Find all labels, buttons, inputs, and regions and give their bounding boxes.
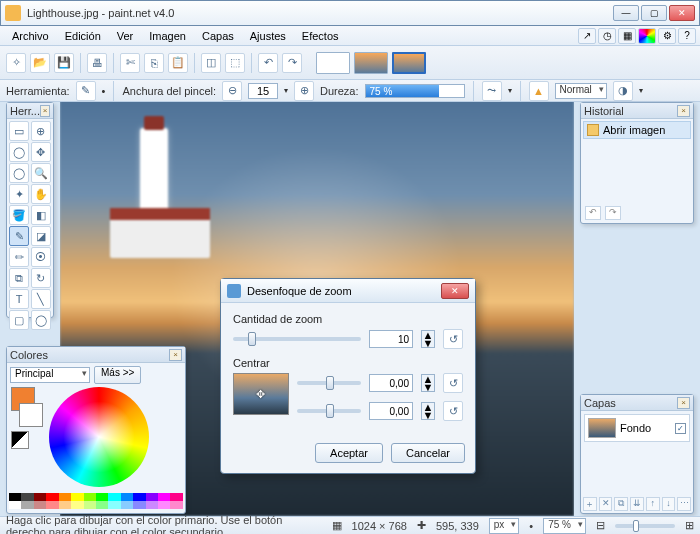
layer-add-button[interactable]: ＋ — [583, 497, 597, 511]
history-item[interactable]: Abrir imagen — [583, 121, 691, 139]
layer-down-button[interactable]: ↓ — [662, 497, 676, 511]
tool-fill[interactable]: 🪣 — [9, 205, 29, 225]
crop-button[interactable]: ◫ — [201, 53, 221, 73]
current-tool-icon[interactable]: ✎ — [76, 81, 96, 101]
menu-ver[interactable]: Ver — [109, 28, 142, 44]
blend-mode-dropdown[interactable]: Normal — [555, 83, 607, 99]
center-y-input[interactable] — [369, 402, 413, 420]
panel-toggle-tools-icon[interactable]: ↗ — [578, 28, 596, 44]
tool-clone[interactable]: ⧉ — [9, 268, 29, 288]
center-x-slider[interactable] — [297, 381, 361, 385]
doc-thumb-2[interactable] — [354, 52, 388, 74]
tool-recolor[interactable]: ↻ — [31, 268, 51, 288]
tool-zoom[interactable]: 🔍 — [31, 163, 51, 183]
menu-edicion[interactable]: Edición — [57, 28, 109, 44]
colors-more-button[interactable]: Más >> — [94, 366, 141, 384]
tool-picker[interactable]: ⦿ — [31, 247, 51, 267]
tool-text[interactable]: T — [9, 289, 29, 309]
menu-efectos[interactable]: Efectos — [294, 28, 347, 44]
close-button[interactable]: ✕ — [669, 5, 695, 21]
layer-visible-checkbox[interactable]: ✓ — [675, 423, 686, 434]
doc-thumb-3[interactable] — [392, 52, 426, 74]
print-button[interactable]: 🖶 — [87, 53, 107, 73]
tool-shapes[interactable]: ◯ — [31, 310, 51, 330]
tool-pencil[interactable]: ✏ — [9, 247, 29, 267]
menu-capas[interactable]: Capas — [194, 28, 242, 44]
amount-input[interactable] — [369, 330, 413, 348]
cut-button[interactable]: ✄ — [120, 53, 140, 73]
width-decrease-button[interactable]: ⊖ — [222, 81, 242, 101]
panel-toggle-layers-icon[interactable]: ▦ — [618, 28, 636, 44]
history-redo-button[interactable]: ↷ — [605, 206, 621, 220]
tool-wand[interactable]: ✦ — [9, 184, 29, 204]
center-preview[interactable] — [233, 373, 289, 415]
amount-slider[interactable] — [233, 337, 361, 341]
save-button[interactable]: 💾 — [54, 53, 74, 73]
color-mode-dropdown[interactable]: Principal — [10, 367, 90, 383]
center-y-slider[interactable] — [297, 409, 361, 413]
panel-toggle-colors-icon[interactable] — [638, 28, 656, 44]
panel-toggle-history-icon[interactable]: ◷ — [598, 28, 616, 44]
overwrite-icon[interactable]: ◑ — [613, 81, 633, 101]
dialog-ok-button[interactable]: Aceptar — [315, 443, 383, 463]
amount-spinner[interactable]: ▲▼ — [421, 330, 435, 348]
zoom-slider[interactable] — [615, 524, 675, 528]
center-x-reset-button[interactable]: ↺ — [443, 373, 463, 393]
layers-panel-close[interactable]: × — [677, 397, 690, 409]
maximize-button[interactable]: ▢ — [641, 5, 667, 21]
dialog-close-button[interactable]: ✕ — [441, 283, 469, 299]
undo-button[interactable]: ↶ — [258, 53, 278, 73]
tool-lasso[interactable]: ◯ — [9, 142, 29, 162]
antialias-icon[interactable]: ⤳ — [482, 81, 502, 101]
center-x-input[interactable] — [369, 374, 413, 392]
new-button[interactable]: ✧ — [6, 53, 26, 73]
unit-dropdown[interactable]: px — [489, 518, 520, 534]
bw-swatch[interactable] — [11, 431, 29, 449]
open-button[interactable]: 📂 — [30, 53, 50, 73]
tool-line[interactable]: ╲ — [31, 289, 51, 309]
tool-brush[interactable]: ✎ — [9, 226, 29, 246]
brush-width-input[interactable] — [248, 83, 278, 99]
tool-move[interactable]: ⊕ — [31, 121, 51, 141]
amount-reset-button[interactable]: ↺ — [443, 329, 463, 349]
tool-eraser[interactable]: ◪ — [31, 226, 51, 246]
tool-rect[interactable]: ▢ — [9, 310, 29, 330]
tools-panel-close[interactable]: × — [40, 105, 50, 117]
layer-delete-button[interactable]: ✕ — [599, 497, 613, 511]
colors-panel-close[interactable]: × — [169, 349, 182, 361]
tool-move-sel[interactable]: ✥ — [31, 142, 51, 162]
deselect-button[interactable]: ⬚ — [225, 53, 245, 73]
center-y-reset-button[interactable]: ↺ — [443, 401, 463, 421]
settings-icon[interactable]: ⚙ — [658, 28, 676, 44]
history-panel-close[interactable]: × — [677, 105, 690, 117]
help-icon[interactable]: ? — [678, 28, 696, 44]
tool-ellipse-select[interactable]: ◯ — [9, 163, 29, 183]
layer-row[interactable]: Fondo ✓ — [584, 414, 690, 442]
layer-duplicate-button[interactable]: ⧉ — [614, 497, 628, 511]
doc-thumb-1[interactable] — [316, 52, 350, 74]
layer-merge-button[interactable]: ⇊ — [630, 497, 644, 511]
center-y-spinner[interactable]: ▲▼ — [421, 402, 435, 420]
paste-button[interactable]: 📋 — [168, 53, 188, 73]
zoom-in-button[interactable]: ⊞ — [685, 519, 694, 532]
color-palette[interactable] — [9, 493, 183, 511]
center-x-spinner[interactable]: ▲▼ — [421, 374, 435, 392]
dialog-cancel-button[interactable]: Cancelar — [391, 443, 465, 463]
menu-ajustes[interactable]: Ajustes — [242, 28, 294, 44]
copy-button[interactable]: ⎘ — [144, 53, 164, 73]
hardness-slider[interactable]: 75 % — [365, 84, 465, 98]
zoom-out-button[interactable]: ⊟ — [596, 519, 605, 532]
layer-up-button[interactable]: ↑ — [646, 497, 660, 511]
menu-archivo[interactable]: Archivo — [4, 28, 57, 44]
tool-rect-select[interactable]: ▭ — [9, 121, 29, 141]
menu-imagen[interactable]: Imagen — [141, 28, 194, 44]
layer-props-button[interactable]: ⋯ — [677, 497, 691, 511]
width-increase-button[interactable]: ⊕ — [294, 81, 314, 101]
secondary-swatch[interactable] — [19, 403, 43, 427]
tool-pan[interactable]: ✋ — [31, 184, 51, 204]
blend-icon[interactable]: ▲ — [529, 81, 549, 101]
history-undo-button[interactable]: ↶ — [585, 206, 601, 220]
dialog-titlebar[interactable]: Desenfoque de zoom ✕ — [221, 279, 475, 303]
tool-gradient[interactable]: ◧ — [31, 205, 51, 225]
zoom-dropdown[interactable]: 75 % — [543, 518, 586, 534]
